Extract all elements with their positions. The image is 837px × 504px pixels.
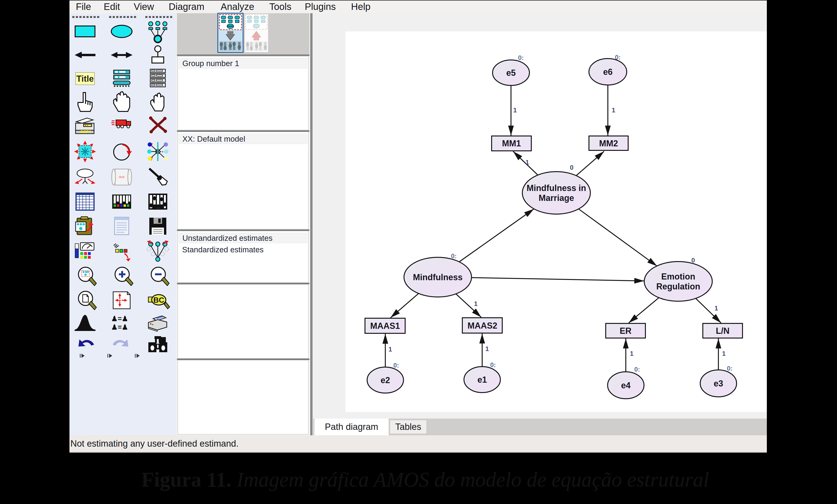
svg-text:Regulation: Regulation bbox=[656, 282, 700, 291]
svg-text:0:: 0: bbox=[393, 362, 399, 369]
svg-text:1: 1 bbox=[630, 350, 634, 357]
svg-text:0:: 0: bbox=[518, 54, 524, 61]
svg-text:0:: 0: bbox=[727, 365, 733, 372]
svg-text:Title: Title bbox=[76, 74, 93, 83]
svg-text:0:: 0: bbox=[615, 54, 621, 61]
svg-text:0:: 0: bbox=[490, 361, 496, 369]
svg-text:1: 1 bbox=[714, 305, 718, 312]
svg-text:1: 1 bbox=[513, 107, 517, 114]
svg-text:1: 1 bbox=[612, 107, 615, 114]
svg-text:0:: 0: bbox=[451, 253, 457, 260]
svg-text:0: 0 bbox=[691, 257, 695, 264]
svg-text:e2: e2 bbox=[380, 375, 390, 385]
svg-text:0: 0 bbox=[570, 164, 573, 171]
svg-text:Mindfulness: Mindfulness bbox=[413, 273, 463, 282]
svg-text:e5: e5 bbox=[506, 68, 516, 78]
svg-text:♟=♟: ♟=♟ bbox=[111, 323, 128, 331]
svg-text:ER: ER bbox=[620, 326, 631, 336]
svg-text:e1: e1 bbox=[478, 375, 487, 385]
svg-text:1: 1 bbox=[474, 300, 478, 307]
svg-text:1: 1 bbox=[388, 346, 392, 353]
svg-text:e3: e3 bbox=[714, 379, 723, 388]
svg-text:MAAS1: MAAS1 bbox=[370, 321, 400, 331]
svg-text:MM1: MM1 bbox=[502, 138, 521, 148]
svg-text:e6: e6 bbox=[603, 67, 612, 77]
svg-text:MM2: MM2 bbox=[599, 138, 618, 148]
svg-text:BC: BC bbox=[153, 296, 164, 304]
svg-text:e4: e4 bbox=[621, 380, 630, 390]
svg-text:COPY: COPY bbox=[80, 130, 91, 134]
svg-text:1: 1 bbox=[526, 159, 529, 166]
svg-text:Mindfulness in: Mindfulness in bbox=[527, 183, 586, 193]
svg-text:Marriage: Marriage bbox=[539, 193, 574, 203]
svg-text:MAAS2: MAAS2 bbox=[467, 321, 497, 331]
svg-text:♟=♟: ♟=♟ bbox=[111, 315, 128, 322]
svg-text:L/N: L/N bbox=[716, 326, 730, 336]
svg-text:1: 1 bbox=[722, 350, 726, 357]
svg-text:1: 1 bbox=[485, 346, 489, 352]
svg-text:0:: 0: bbox=[634, 366, 640, 373]
svg-text:Emotion: Emotion bbox=[661, 272, 695, 281]
